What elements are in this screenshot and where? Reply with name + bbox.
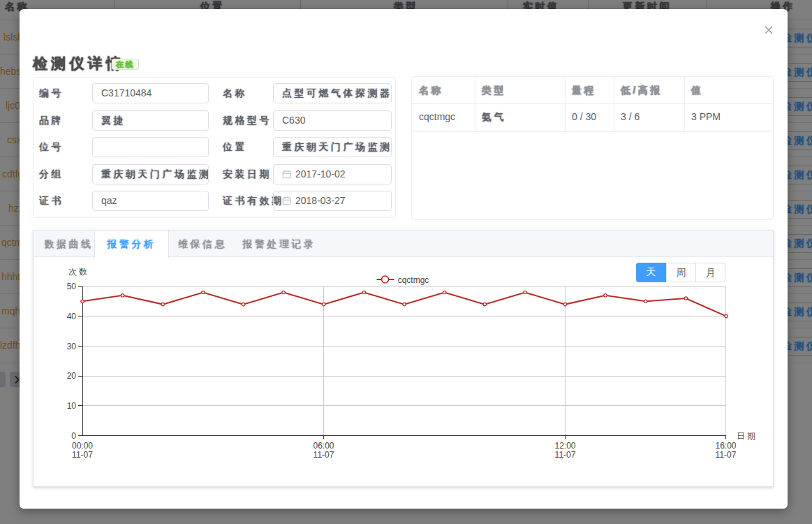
svg-text:11-07: 11-07 [555,450,576,460]
svg-text:06:00: 06:00 [313,441,334,451]
svg-text:12:00: 12:00 [554,441,575,451]
svg-text:30: 30 [67,342,77,351]
svg-text:50: 50 [67,282,77,291]
svg-text:0: 0 [71,431,76,441]
svg-text:20: 20 [67,371,77,381]
svg-text:16:00: 16:00 [715,441,736,451]
svg-text:次数: 次数 [68,267,89,277]
svg-text:00:00: 00:00 [72,441,93,451]
svg-text:cqctmgc: cqctmgc [398,275,429,285]
svg-text:11-07: 11-07 [313,450,334,460]
svg-text:40: 40 [67,312,77,321]
svg-text:10: 10 [67,401,77,411]
svg-text:11-07: 11-07 [716,450,737,460]
svg-text:日期: 日期 [737,431,758,441]
svg-text:11-07: 11-07 [72,450,93,460]
